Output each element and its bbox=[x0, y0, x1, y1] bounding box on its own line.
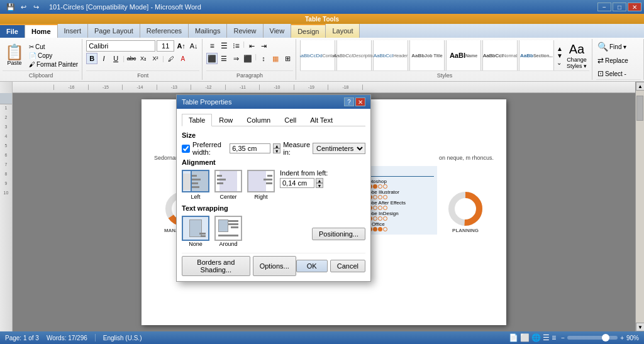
tab-page-layout[interactable]: Page Layout bbox=[88, 24, 140, 38]
select-btn[interactable]: ⊡Select - bbox=[596, 68, 641, 79]
align-left-btn[interactable]: ⬛ bbox=[206, 53, 218, 64]
grow-font-btn[interactable]: A↑ bbox=[175, 40, 187, 52]
align-center-option[interactable]: Center bbox=[214, 170, 242, 200]
line-spacing-btn[interactable]: ↕ bbox=[258, 53, 269, 64]
font-color-btn[interactable]: A bbox=[177, 53, 189, 64]
preferred-width-checkbox[interactable] bbox=[182, 145, 190, 153]
scroll-thumb[interactable] bbox=[636, 96, 643, 121]
superscript-btn[interactable]: X² bbox=[150, 53, 161, 64]
close-btn[interactable]: ✕ bbox=[628, 3, 641, 11]
style-normal[interactable]: AaBbCcINormal bbox=[482, 40, 518, 70]
tab-design[interactable]: Design bbox=[291, 24, 326, 38]
shading-btn[interactable]: ▦ bbox=[270, 53, 281, 64]
style-job-title[interactable]: AaBbJob Title bbox=[409, 40, 445, 70]
underline-btn[interactable]: U bbox=[110, 53, 121, 64]
style-header[interactable]: AaBbCcIHeader bbox=[373, 40, 408, 70]
scroll-down-btn[interactable]: ▼ bbox=[636, 323, 644, 331]
maximize-btn[interactable]: □ bbox=[613, 3, 626, 11]
positioning-btn[interactable]: Positioning... bbox=[312, 228, 365, 240]
decrease-indent-btn[interactable]: ⇤ bbox=[246, 40, 257, 52]
bold-btn[interactable]: B bbox=[86, 53, 97, 64]
find-btn[interactable]: 🔍Find ▾ bbox=[596, 40, 641, 53]
style-section[interactable]: AaBbSection... bbox=[519, 40, 554, 70]
scroll-up-btn[interactable]: ▲ bbox=[636, 82, 644, 91]
cut-btn[interactable]: ✂ Cut bbox=[28, 43, 79, 51]
paste-btn[interactable]: 📋 Paste bbox=[3, 43, 26, 67]
font-name-input[interactable] bbox=[86, 40, 155, 52]
measure-in-select[interactable]: Centimeters Inches Percent bbox=[313, 143, 365, 154]
borders-btn[interactable]: ⊞ bbox=[282, 53, 293, 64]
preferred-width-row: Preferred width: ▲ ▼ Measure in: Centime… bbox=[182, 141, 365, 156]
text-highlight-btn[interactable]: 🖊 bbox=[165, 53, 177, 64]
indent-input[interactable] bbox=[280, 178, 314, 188]
width-up-btn[interactable]: ▲ bbox=[273, 143, 280, 148]
options-btn[interactable]: Options... bbox=[253, 256, 296, 276]
numbering-btn[interactable]: ☰ bbox=[218, 40, 230, 52]
tab-mailings[interactable]: Mailings bbox=[189, 24, 227, 38]
align-center-btn[interactable]: ☰ bbox=[218, 53, 230, 64]
full-screen-btn[interactable]: ⬜ bbox=[520, 333, 530, 342]
shrink-font-btn[interactable]: A↓ bbox=[188, 40, 199, 52]
align-left-option[interactable]: Left bbox=[182, 170, 209, 200]
zoom-out-btn[interactable]: − bbox=[561, 335, 565, 341]
ok-btn[interactable]: OK bbox=[296, 260, 328, 272]
tab-cell[interactable]: Cell bbox=[277, 114, 303, 126]
style-description[interactable]: AaBbCcIDescription bbox=[336, 40, 372, 70]
dialog-titlebar: Table Properties ? ✕ bbox=[177, 95, 370, 109]
preferred-width-input[interactable] bbox=[230, 143, 270, 153]
save-quick-btn[interactable]: 💾 bbox=[5, 1, 16, 13]
styles-scroll-down[interactable]: ▼ bbox=[557, 52, 563, 59]
draft-view-btn[interactable]: ≡ bbox=[552, 333, 556, 342]
outline-view-btn[interactable]: ☰ bbox=[543, 333, 550, 342]
web-view-btn[interactable]: 🌐 bbox=[531, 333, 541, 342]
tab-file[interactable]: File bbox=[0, 24, 25, 38]
strikethrough-btn[interactable]: abc bbox=[126, 53, 137, 64]
page-count: Page: 1 of 3 bbox=[5, 335, 39, 341]
replace-btn[interactable]: ⇄Replace bbox=[596, 55, 641, 66]
styles-scroll-up[interactable]: ▲ bbox=[557, 45, 563, 52]
borders-shading-btn[interactable]: Borders and Shading... bbox=[182, 256, 250, 276]
tab-alt-text[interactable]: Alt Text bbox=[303, 114, 340, 126]
tab-references[interactable]: References bbox=[140, 24, 189, 38]
title-bar: 💾 ↩ ↪ 101-Circles [Compatibility Mode] -… bbox=[0, 0, 644, 14]
styles-more[interactable]: ⌄ bbox=[557, 59, 563, 66]
change-styles-btn[interactable]: Aa ChangeStyles ▾ bbox=[564, 40, 589, 70]
zoom-slider[interactable] bbox=[567, 336, 618, 340]
increase-indent-btn[interactable]: ⇥ bbox=[258, 40, 269, 52]
tab-view[interactable]: View bbox=[264, 24, 292, 38]
style-contact[interactable]: AaBbCcDdContact bbox=[300, 40, 335, 70]
copy-btn[interactable]: 📄 Copy bbox=[28, 52, 79, 60]
undo-quick-btn[interactable]: ↩ bbox=[18, 1, 29, 13]
indent-down-btn[interactable]: ▼ bbox=[316, 183, 323, 188]
app-title: 101-Circles [Compatibility Mode] - Micro… bbox=[49, 3, 201, 11]
horizontal-ruler: │-16│-15│-14│-13│-12│-11│-10│-19│-18│ bbox=[13, 82, 635, 93]
width-down-btn[interactable]: ▼ bbox=[273, 148, 280, 153]
tab-table[interactable]: Table bbox=[182, 114, 212, 126]
print-view-btn[interactable]: 📄 bbox=[509, 333, 518, 342]
tab-insert[interactable]: Insert bbox=[58, 24, 89, 38]
wrap-around-option[interactable]: Around bbox=[214, 216, 242, 247]
dialog-close-btn[interactable]: ✕ bbox=[355, 97, 365, 106]
redo-quick-btn[interactable]: ↪ bbox=[30, 1, 42, 13]
format-painter-btn[interactable]: 🖌 Format Painter bbox=[28, 60, 79, 69]
tab-review[interactable]: Review bbox=[227, 24, 263, 38]
tab-row[interactable]: Row bbox=[212, 114, 240, 126]
wrap-none-option[interactable]: None bbox=[182, 216, 209, 247]
italic-btn[interactable]: I bbox=[98, 53, 109, 64]
minimize-btn[interactable]: − bbox=[597, 3, 611, 11]
dialog-help-btn[interactable]: ? bbox=[344, 97, 354, 106]
tab-column[interactable]: Column bbox=[240, 114, 277, 126]
align-right-option[interactable]: Right bbox=[247, 170, 275, 200]
align-right-btn[interactable]: ⇒ bbox=[230, 53, 242, 64]
justify-btn[interactable]: ⬛ bbox=[242, 53, 253, 64]
tab-home[interactable]: Home bbox=[25, 24, 58, 38]
tab-layout[interactable]: Layout bbox=[326, 24, 360, 38]
font-size-input[interactable] bbox=[157, 40, 174, 52]
style-name[interactable]: AaBlName bbox=[446, 40, 481, 70]
subscript-btn[interactable]: X₂ bbox=[138, 53, 149, 64]
bullets-btn[interactable]: ≡ bbox=[206, 40, 218, 52]
cancel-btn[interactable]: Cancel bbox=[330, 260, 365, 272]
indent-up-btn[interactable]: ▲ bbox=[316, 178, 323, 183]
multilevel-btn[interactable]: ⁝≡ bbox=[230, 40, 242, 52]
zoom-in-btn[interactable]: + bbox=[620, 335, 624, 341]
